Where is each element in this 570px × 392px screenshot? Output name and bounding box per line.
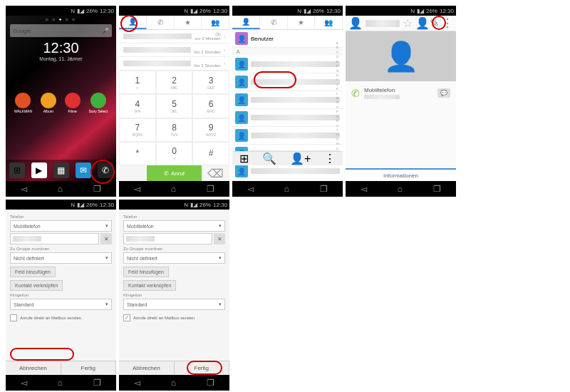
key-1[interactable]: 1∞ bbox=[119, 71, 156, 94]
cancel-button[interactable]: Abbrechen bbox=[119, 361, 175, 375]
add-field-button[interactable]: Feld hinzufügen bbox=[123, 267, 169, 277]
clear-button[interactable]: ✕ bbox=[100, 233, 112, 244]
home-button[interactable]: ⌂ bbox=[58, 184, 63, 194]
app-walkman[interactable]: WALKMAN bbox=[14, 93, 32, 113]
group-dropdown[interactable]: Nicht definiert▾ bbox=[10, 252, 112, 264]
phone-number-input[interactable] bbox=[123, 233, 212, 244]
key-#[interactable]: # bbox=[192, 142, 229, 165]
dialpad-icon[interactable]: ⊞ bbox=[239, 152, 249, 165]
tab-recents-icon[interactable]: ✆ bbox=[147, 16, 175, 29]
info-tab[interactable]: Informationen bbox=[346, 168, 456, 181]
phone-type: Mobiltelefon bbox=[364, 87, 400, 93]
mailbox-label: Anrufe direkt an Mailbox senden bbox=[20, 316, 81, 320]
tab-contacts-icon[interactable]: 👤 bbox=[232, 16, 260, 29]
add-field-button[interactable]: Feld hinzufügen bbox=[10, 267, 56, 277]
edit-contact-screen: N▮◢26%12:30 Telefon Mobiltelefon▾ ✕ Zu G… bbox=[6, 200, 116, 391]
search-placeholder: Google bbox=[13, 28, 31, 34]
phone-number-input[interactable] bbox=[10, 233, 99, 244]
edit-contact-icon[interactable]: 👤✎ bbox=[415, 16, 439, 30]
recent-call[interactable]: (3)vor 2 Minuten › bbox=[119, 30, 229, 43]
ringtone-dropdown[interactable]: Standard▾ bbox=[10, 299, 112, 310]
tab-favorites-icon[interactable]: ★ bbox=[288, 16, 316, 29]
home-screen: N ▮◢ 26% 12:30 ○ ○ ● ○ ○ Google 🎤 12:30 … bbox=[6, 6, 116, 197]
recent-call[interactable]: Vor 2 Stunden › bbox=[119, 57, 229, 71]
ringtone-dropdown[interactable]: Standard▾ bbox=[123, 299, 225, 310]
group-dropdown[interactable]: Nicht definiert▾ bbox=[123, 252, 225, 264]
status-time: 12:30 bbox=[100, 8, 114, 14]
phone-section-label: Telefon bbox=[10, 215, 112, 219]
key-9[interactable]: 9WXYZ bbox=[192, 118, 229, 142]
contact-detail-screen: N▮◢26%12:30 👤 ☆ 👤✎ ⋮ 👤 ✆ Mobiltelefon 💬 … bbox=[346, 6, 456, 197]
contact-item[interactable]: 👤 bbox=[232, 91, 343, 109]
favorite-icon[interactable]: ☆ bbox=[403, 16, 413, 30]
tab-favorites-icon[interactable]: ★ bbox=[175, 16, 202, 29]
tab-recents-icon[interactable]: ✆ bbox=[260, 16, 288, 29]
back-button[interactable]: ◅ bbox=[21, 184, 27, 194]
key-2[interactable]: 2ABC bbox=[156, 71, 193, 94]
link-contact-button[interactable]: Kontakt verknüpfen bbox=[123, 280, 176, 291]
group-label: Zu Gruppe zuordnen bbox=[10, 247, 112, 251]
section-header: A bbox=[232, 48, 343, 56]
nav-bar: ◅ ⌂ ❐ bbox=[6, 181, 116, 197]
contact-item[interactable]: 👤 bbox=[232, 109, 343, 127]
key-6[interactable]: 6MNO bbox=[192, 94, 229, 118]
search-icon[interactable]: 🔍 bbox=[262, 152, 276, 165]
dialpad: 1∞2ABC3DEF4GHI5JKL6MNO7PQRS8TUV9WXYZ*0+# bbox=[119, 71, 229, 165]
dock: ⊞ ▶ ▦ ✉ ✆ bbox=[6, 160, 116, 181]
phone-type-dropdown[interactable]: Mobiltelefon▾ bbox=[10, 220, 112, 232]
phone-icon: ✆ bbox=[351, 88, 360, 99]
phone-entry[interactable]: ✆ Mobiltelefon 💬 bbox=[346, 81, 456, 105]
clock-widget[interactable]: 12:30 bbox=[6, 40, 116, 56]
link-contact-button[interactable]: Kontakt verknüpfen bbox=[10, 280, 63, 291]
key-7[interactable]: 7PQRS bbox=[119, 118, 156, 142]
key-4[interactable]: 4GHI bbox=[119, 94, 156, 118]
apps-icon[interactable]: ▦ bbox=[53, 163, 69, 178]
mailbox-checkbox[interactable] bbox=[10, 314, 17, 321]
signal-icon: ▮◢ bbox=[77, 8, 84, 14]
page-indicator: ○ ○ ● ○ ○ bbox=[6, 17, 116, 21]
status-bar: N ▮◢ 26% 12:30 bbox=[6, 6, 116, 16]
key-0[interactable]: 0+ bbox=[156, 142, 193, 165]
contact-item[interactable]: 👤 bbox=[232, 73, 343, 91]
tab-groups-icon[interactable]: 👥 bbox=[202, 16, 229, 29]
clear-button[interactable]: ✕ bbox=[214, 233, 225, 244]
key-5[interactable]: 5JKL bbox=[156, 94, 193, 118]
mailbox-checkbox[interactable] bbox=[123, 314, 130, 321]
widget-icon[interactable]: ⊞ bbox=[9, 163, 25, 178]
messaging-icon[interactable]: ✉ bbox=[76, 163, 91, 178]
play-store-icon[interactable]: ▶ bbox=[31, 163, 47, 178]
phone-icon[interactable]: ✆ bbox=[98, 163, 113, 178]
recent-button[interactable]: ❐ bbox=[93, 184, 101, 194]
contact-item[interactable]: 👤 bbox=[232, 56, 343, 73]
avatar: 👤 bbox=[235, 32, 248, 45]
alpha-index[interactable]: ABCDEFGHIJKLMNOPQRSTUVWXYZ# bbox=[336, 40, 342, 165]
recent-call[interactable]: Vor 2 Stunden › bbox=[119, 43, 229, 57]
user-profile-row[interactable]: 👤 Benutzer bbox=[232, 30, 343, 48]
app-sony select[interactable]: Sony Select bbox=[88, 93, 108, 113]
contact-item[interactable]: 👤 bbox=[232, 127, 343, 145]
tab-contacts-icon[interactable]: 👤 bbox=[119, 16, 147, 29]
menu-icon[interactable]: ⋮ bbox=[324, 152, 336, 165]
backspace-icon[interactable]: ⌫ bbox=[202, 165, 229, 181]
sms-icon[interactable]: 💬 bbox=[437, 88, 450, 98]
add-contact-icon[interactable]: 👤+ bbox=[290, 152, 311, 165]
key-*[interactable]: * bbox=[119, 142, 156, 165]
contact-avatar: 👤 bbox=[346, 31, 456, 81]
done-button[interactable]: Fertig bbox=[175, 361, 230, 375]
menu-icon[interactable]: ⋮ bbox=[442, 16, 453, 30]
phone-type-dropdown[interactable]: Mobiltelefon▾ bbox=[123, 220, 225, 232]
google-search[interactable]: Google 🎤 bbox=[10, 24, 112, 37]
call-button[interactable]: ✆ Anruf bbox=[147, 165, 202, 181]
done-button[interactable]: Fertig bbox=[61, 361, 117, 375]
date-widget: Montag, 11. Jänner bbox=[6, 56, 116, 61]
cancel-button[interactable]: Abbrechen bbox=[6, 361, 61, 375]
app-filme[interactable]: Filme bbox=[65, 93, 81, 113]
back-icon[interactable]: 👤 bbox=[348, 16, 363, 30]
tab-groups-icon[interactable]: 👥 bbox=[315, 16, 343, 29]
edit-contact-screen-checked: N▮◢26%12:30 Screenshot wird gespeichert.… bbox=[119, 200, 229, 391]
mic-icon[interactable]: 🎤 bbox=[102, 28, 109, 34]
key-3[interactable]: 3DEF bbox=[192, 71, 229, 94]
key-8[interactable]: 8TUV bbox=[156, 118, 193, 142]
ringtone-label: Klingelton bbox=[10, 293, 112, 297]
app-album[interactable]: Album bbox=[41, 93, 56, 113]
